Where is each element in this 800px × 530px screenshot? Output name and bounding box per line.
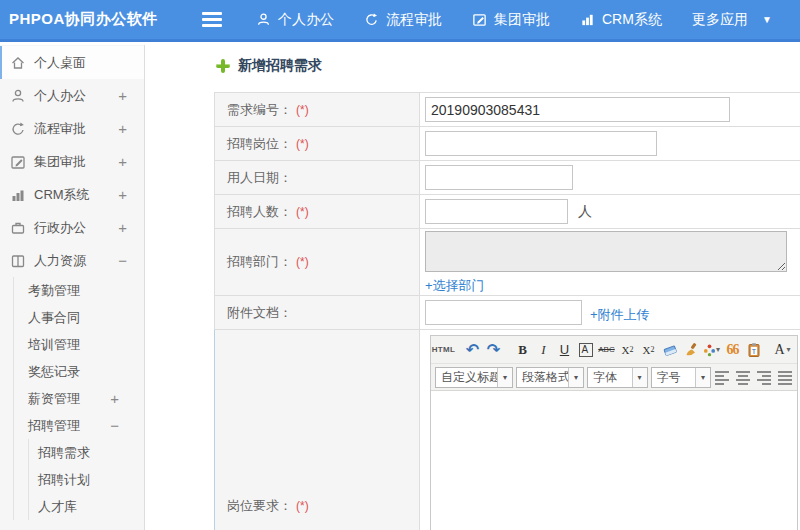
align-right-icon[interactable] bbox=[756, 369, 772, 385]
recruitment-form: 需求编号： (*) 招聘岗位： (*) 用人日期： bbox=[214, 92, 800, 530]
sidebar-item-attendance[interactable]: 考勤管理 bbox=[14, 277, 144, 304]
font-size-dropdown[interactable]: 字号 ▾ bbox=[651, 367, 712, 388]
attachment-input[interactable] bbox=[425, 300, 582, 325]
page-title: 新增招聘需求 bbox=[238, 57, 322, 75]
sidebar-item-training[interactable]: 培训管理 bbox=[14, 331, 144, 358]
sidebar-item-label: 人力资源 bbox=[34, 252, 86, 270]
form-row-attachment: 附件文档： +附件上传 bbox=[214, 296, 800, 330]
nav-crm-system[interactable]: CRM系统 bbox=[580, 11, 662, 29]
sidebar-item-group-approval[interactable]: 集团审批 + bbox=[0, 145, 144, 178]
sidebar-item-crm-system[interactable]: CRM系统 + bbox=[0, 178, 144, 211]
expand-plus-icon[interactable]: + bbox=[118, 120, 127, 137]
redo-button[interactable]: ↷ bbox=[485, 340, 502, 360]
form-row-demand-number: 需求编号： (*) bbox=[214, 93, 800, 127]
expand-plus-icon[interactable]: + bbox=[118, 87, 127, 104]
department-textarea[interactable] bbox=[425, 231, 787, 272]
label-text: 招聘部门： bbox=[227, 253, 292, 271]
sidebar-item-label: 奖惩记录 bbox=[28, 363, 80, 381]
sidebar-item-human-resources[interactable]: 人力资源 − bbox=[0, 244, 144, 277]
editor-content-area[interactable] bbox=[431, 391, 797, 530]
dropdown-label: 自定义标题 bbox=[436, 369, 497, 386]
blockquote-button[interactable]: 66 bbox=[724, 340, 741, 360]
align-center-icon[interactable] bbox=[735, 369, 751, 385]
sidebar-item-hr-contract[interactable]: 人事合同 bbox=[14, 304, 144, 331]
nav-label: 更多应用 bbox=[692, 11, 748, 29]
expand-plus-icon[interactable]: + bbox=[118, 219, 127, 236]
editor-toolbar-row2: 自定义标题 ▾ 段落格式 ▾ 字体 ▾ 字号 ▾ bbox=[431, 364, 797, 391]
demand-number-input[interactable] bbox=[425, 97, 730, 122]
html-source-button[interactable]: HTML bbox=[435, 340, 452, 360]
sidebar-item-rewards[interactable]: 奖惩记录 bbox=[14, 358, 144, 385]
paste-clipboard-icon[interactable]: T bbox=[745, 340, 762, 360]
sidebar-item-talent-pool[interactable]: 人才库 bbox=[29, 493, 144, 520]
field-label: 需求编号： (*) bbox=[215, 93, 420, 126]
hamburger-menu-icon[interactable] bbox=[202, 12, 222, 27]
expand-plus-icon[interactable]: + bbox=[118, 153, 127, 170]
bold-button[interactable]: B bbox=[514, 340, 531, 360]
expand-plus-icon[interactable]: + bbox=[118, 186, 127, 203]
undo-button[interactable]: ↶ bbox=[464, 340, 481, 360]
sidebar-item-label: 招聘计划 bbox=[38, 471, 90, 489]
label-text: 需求编号： bbox=[227, 101, 292, 119]
app-title: PHPOA协同办公软件 bbox=[0, 10, 190, 29]
collapse-minus-icon[interactable]: − bbox=[118, 252, 127, 269]
nav-workflow-approval[interactable]: 流程审批 bbox=[364, 11, 442, 29]
sidebar-item-salary[interactable]: 薪资管理 + bbox=[14, 385, 144, 412]
field-label: 招聘部门： (*) bbox=[215, 229, 420, 295]
select-department-link[interactable]: +选择部门 bbox=[425, 277, 485, 295]
required-mark: (*) bbox=[296, 205, 309, 219]
expand-plus-icon[interactable]: + bbox=[110, 390, 119, 407]
hire-date-input[interactable] bbox=[425, 165, 573, 190]
nav-label: 流程审批 bbox=[386, 11, 442, 29]
edit-icon bbox=[10, 154, 26, 170]
label-text: 岗位要求： bbox=[227, 497, 292, 515]
caret-down-icon[interactable]: ▼ bbox=[762, 14, 772, 25]
sidebar-item-label: 流程审批 bbox=[34, 120, 86, 138]
sidebar-item-personal-desktop[interactable]: 个人桌面 bbox=[0, 46, 144, 79]
position-input[interactable] bbox=[425, 131, 657, 156]
sidebar-item-recruitment[interactable]: 招聘管理 − bbox=[14, 412, 144, 439]
field-label: 岗位要求： (*) bbox=[215, 330, 420, 530]
paragraph-format-dropdown[interactable]: 段落格式 ▾ bbox=[516, 367, 584, 388]
font-style-button[interactable]: A bbox=[579, 343, 593, 357]
field-label: 用人日期： bbox=[215, 161, 420, 194]
required-mark: (*) bbox=[296, 103, 309, 117]
chart-icon bbox=[580, 12, 595, 27]
caret-down-icon: ▾ bbox=[716, 345, 720, 354]
nav-more-apps[interactable]: 更多应用 bbox=[692, 11, 748, 29]
briefcase-icon bbox=[10, 220, 26, 236]
nav-personal-office[interactable]: 个人办公 bbox=[256, 11, 334, 29]
home-icon bbox=[10, 55, 26, 71]
eraser-icon[interactable] bbox=[661, 340, 678, 360]
collapse-minus-icon[interactable]: − bbox=[110, 417, 119, 434]
superscript-button[interactable]: X2 bbox=[619, 340, 636, 360]
caret-down-icon: ▾ bbox=[632, 368, 647, 387]
custom-heading-dropdown[interactable]: 自定义标题 ▾ bbox=[435, 367, 513, 388]
subscript-button[interactable]: X2 bbox=[640, 340, 657, 360]
form-row-job-requirements: 岗位要求： (*) HTML ↶ ↷ B I U A ABC bbox=[214, 330, 800, 530]
headcount-input[interactable] bbox=[425, 199, 568, 224]
italic-button[interactable]: I bbox=[535, 340, 552, 360]
align-left-icon[interactable] bbox=[714, 369, 730, 385]
sidebar-item-recruit-demand[interactable]: 招聘需求 bbox=[29, 439, 144, 466]
label-text: 附件文档： bbox=[227, 304, 292, 322]
align-justify-icon[interactable] bbox=[777, 369, 793, 385]
sidebar-item-label: 集团审批 bbox=[34, 153, 86, 171]
caret-down-icon: ▾ bbox=[497, 368, 512, 387]
sidebar-item-personal-office[interactable]: 个人办公 + bbox=[0, 79, 144, 112]
strikethrough-button[interactable]: ABC bbox=[598, 340, 615, 360]
sidebar-item-admin-office[interactable]: 行政办公 + bbox=[0, 211, 144, 244]
font-family-dropdown[interactable]: 字体 ▾ bbox=[587, 367, 648, 388]
font-color-button[interactable]: A▾ bbox=[774, 340, 791, 360]
sidebar-item-recruit-plan[interactable]: 招聘计划 bbox=[29, 466, 144, 493]
required-mark: (*) bbox=[296, 255, 309, 269]
underline-button[interactable]: U bbox=[556, 340, 573, 360]
attachment-upload-link[interactable]: +附件上传 bbox=[590, 306, 650, 324]
format-brush-icon[interactable] bbox=[682, 340, 699, 360]
nav-label: 集团审批 bbox=[494, 11, 550, 29]
color-palette-icon[interactable]: ▾ bbox=[703, 340, 720, 360]
nav-group-approval[interactable]: 集团审批 bbox=[472, 11, 550, 29]
editor-toolbar-row1: HTML ↶ ↷ B I U A ABC X2 X2 ▾ bbox=[431, 336, 797, 364]
person-icon bbox=[256, 12, 271, 27]
sidebar-item-workflow-approval[interactable]: 流程审批 + bbox=[0, 112, 144, 145]
